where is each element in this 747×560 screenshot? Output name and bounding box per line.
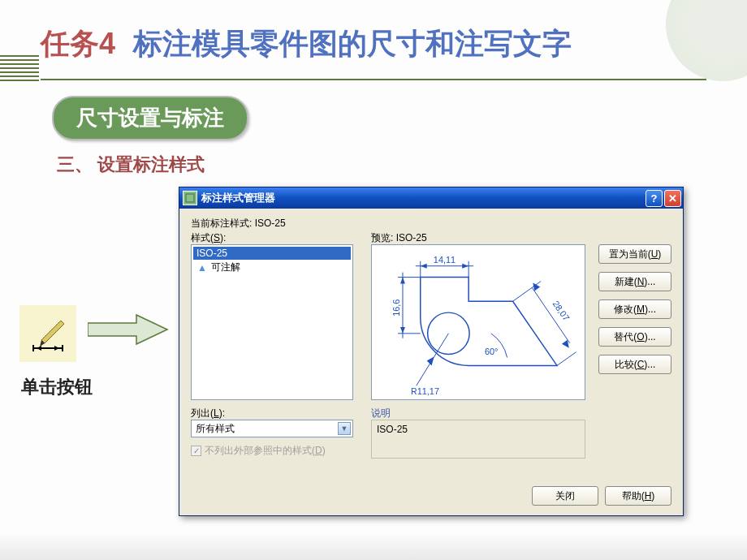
exclude-xref-checkbox[interactable]: ✓ — [191, 446, 201, 456]
preview-box: 14,11 16,6 R11,17 60° 28,07 — [371, 244, 585, 400]
dialog-help-button[interactable]: ? — [646, 190, 663, 207]
svg-line-26 — [513, 282, 542, 302]
svg-rect-8 — [186, 194, 194, 202]
subheading: 三、 设置标注样式 — [57, 153, 205, 177]
dimension-style-toolbar-button[interactable] — [19, 305, 76, 362]
dimension-style-icon — [28, 314, 67, 353]
arrow-icon — [88, 313, 169, 346]
left-stripes-decoration — [0, 55, 39, 83]
chevron-down-icon: ▼ — [338, 422, 351, 435]
section-pill: 尺寸设置与标注 — [52, 96, 248, 140]
svg-line-27 — [557, 352, 576, 366]
exclude-xref-checkbox-row: ✓ 不列出外部参照中的样式(D) — [191, 444, 326, 458]
task-number: 任务4 — [41, 27, 115, 60]
dialog-title: 标注样式管理器 — [201, 191, 644, 205]
description-box: ISO-25 — [371, 420, 585, 459]
dimension-style-manager-dialog: 标注样式管理器 ? ✕ 当前标注样式: ISO-25 样式(S): ISO-25… — [179, 187, 684, 516]
svg-marker-19 — [400, 278, 405, 284]
side-buttons: 置为当前(U) 新建(N)... 修改(M)... 替代(O)... 比较(C)… — [598, 244, 671, 374]
bottom-buttons: 关闭 帮助(H) — [532, 486, 671, 506]
current-style-label: 当前标注样式: ISO-25 — [191, 217, 286, 230]
svg-marker-20 — [400, 327, 405, 334]
svg-marker-14 — [462, 264, 468, 269]
svg-marker-13 — [421, 264, 427, 269]
preview-label: 预览: ISO-25 — [371, 231, 427, 245]
slide-title: 标注模具零件图的尺寸和注写文字 — [133, 27, 572, 60]
list-filter-dropdown[interactable]: 所有样式 ▼ — [191, 420, 353, 437]
compare-button[interactable]: 比较(C)... — [598, 355, 671, 374]
svg-marker-3 — [37, 346, 41, 351]
dropdown-value: 所有样式 — [196, 422, 235, 436]
svg-marker-4 — [54, 346, 59, 351]
list-filter-label: 列出(L): — [191, 407, 225, 420]
styles-listbox[interactable]: ISO-25 ▲ 可注解 — [191, 244, 353, 400]
svg-marker-5 — [41, 321, 64, 343]
annotative-icon: ▲ — [196, 262, 208, 274]
dialog-body: 当前标注样式: ISO-25 样式(S): ISO-25 ▲ 可注解 列出(L)… — [179, 209, 683, 515]
new-button[interactable]: 新建(N)... — [598, 272, 671, 291]
svg-text:28,07: 28,07 — [551, 299, 572, 322]
list-item[interactable]: ISO-25 — [193, 247, 351, 260]
styles-label: 样式(S): — [191, 231, 226, 245]
dialog-app-icon — [183, 191, 197, 205]
svg-text:16,6: 16,6 — [391, 299, 401, 317]
dialog-titlebar[interactable]: 标注样式管理器 ? ✕ — [179, 187, 683, 209]
svg-marker-7 — [88, 315, 167, 344]
close-button[interactable]: 关闭 — [532, 486, 598, 506]
svg-marker-30 — [562, 340, 569, 348]
preview-drawing: 14,11 16,6 R11,17 60° 28,07 — [372, 245, 585, 399]
svg-text:R11,17: R11,17 — [411, 386, 439, 396]
dialog-close-button[interactable]: ✕ — [664, 190, 681, 207]
set-current-button[interactable]: 置为当前(U) — [598, 244, 671, 264]
click-button-label: 单击按钮 — [21, 375, 93, 399]
svg-text:14,11: 14,11 — [434, 255, 456, 265]
description-label: 说明 — [371, 407, 391, 420]
help-button[interactable]: 帮助(H) — [605, 486, 671, 506]
checkbox-label: 不列出外部参照中的样式(D) — [205, 444, 326, 458]
slide-header: 任务4 标注模具零件图的尺寸和注写文字 — [41, 24, 706, 80]
list-item[interactable]: ▲ 可注解 — [193, 260, 351, 275]
svg-marker-23 — [427, 357, 434, 366]
svg-text:60°: 60° — [485, 347, 498, 356]
modify-button[interactable]: 修改(M)... — [598, 299, 671, 319]
override-button[interactable]: 替代(O)... — [598, 327, 671, 347]
